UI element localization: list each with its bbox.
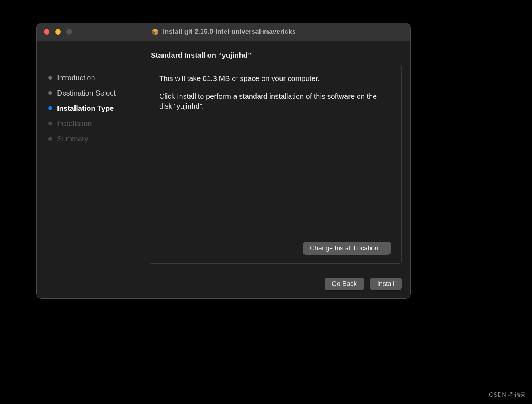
package-icon xyxy=(151,28,159,36)
step-bullet-icon xyxy=(48,106,52,110)
step-bullet-icon xyxy=(48,122,52,125)
go-back-button[interactable]: Go Back xyxy=(325,278,364,290)
step-destination-select: Destination Select xyxy=(48,85,149,101)
install-summary-panel: This will take 61.3 MB of space on your … xyxy=(149,65,402,264)
zoom-window-button[interactable] xyxy=(66,29,72,35)
installer-window: Install git-2.15.0-intel-universal-maver… xyxy=(36,23,411,299)
minimize-window-button[interactable] xyxy=(55,29,61,35)
panel-heading: Standard Install on “yujinhd” xyxy=(149,51,402,65)
step-introduction: Introduction xyxy=(48,70,149,85)
window-title: Install git-2.15.0-intel-universal-maver… xyxy=(163,28,296,36)
step-label: Installation Type xyxy=(57,104,114,113)
install-button[interactable]: Install xyxy=(370,278,402,290)
window-body: Introduction Destination Select Installa… xyxy=(37,41,410,271)
change-install-location-button[interactable]: Change Install Location... xyxy=(303,242,391,255)
space-required-text: This will take 61.3 MB of space on your … xyxy=(159,74,391,84)
step-installation-type: Installation Type xyxy=(48,101,149,116)
footer-buttons: Go Back Install xyxy=(37,271,410,298)
traffic-lights xyxy=(37,29,72,35)
step-bullet-icon xyxy=(48,76,52,80)
step-sidebar: Introduction Destination Select Installa… xyxy=(45,51,149,264)
step-label: Installation xyxy=(57,120,92,128)
step-summary: Summary xyxy=(48,131,149,146)
install-instruction-text: Click Install to perform a standard inst… xyxy=(159,92,391,111)
step-installation: Installation xyxy=(48,116,149,131)
step-bullet-icon xyxy=(48,137,52,141)
step-label: Introduction xyxy=(57,74,95,82)
step-label: Destination Select xyxy=(57,89,116,97)
step-bullet-icon xyxy=(48,91,52,95)
step-label: Summary xyxy=(57,135,88,143)
titlebar: Install git-2.15.0-intel-universal-maver… xyxy=(37,23,410,41)
watermark-text: CSDN @锦天 xyxy=(489,391,526,399)
close-window-button[interactable] xyxy=(44,29,49,35)
main-content: Standard Install on “yujinhd” This will … xyxy=(149,51,402,264)
